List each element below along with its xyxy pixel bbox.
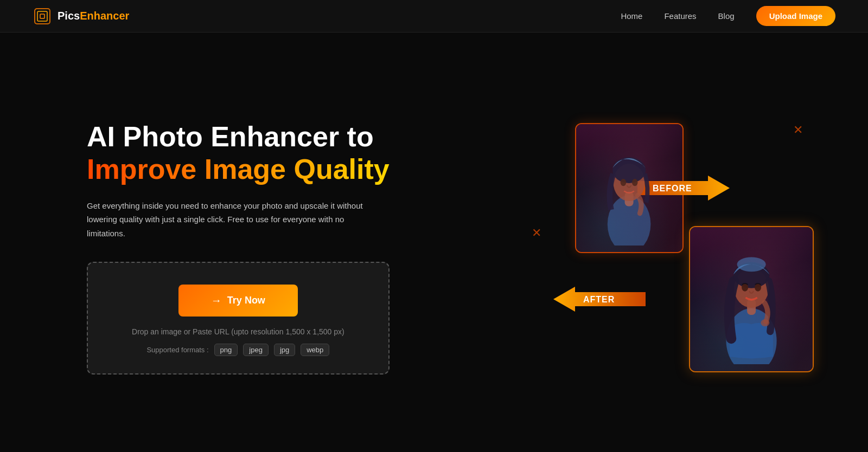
deco-x-mid-left: ✕: [532, 226, 541, 240]
formats-label: Supported formats :: [146, 346, 208, 354]
logo[interactable]: PicsEnhancer: [33, 7, 129, 26]
drop-hint-text: Drop an image or Paste URL (upto resolut…: [104, 327, 372, 336]
svg-point-16: [761, 319, 769, 326]
svg-rect-2: [40, 14, 44, 18]
hero-description: Get everything inside you need to enhanc…: [87, 199, 380, 241]
formats-row: Supported formats : png jpeg jpg webp: [104, 344, 372, 356]
hero-left: AI Photo Enhancer to Improve Image Quali…: [87, 121, 390, 374]
svg-rect-1: [37, 11, 47, 21]
hero-visual: ✕ ✕ ✕: [542, 112, 814, 383]
logo-text: PicsEnhancer: [58, 10, 129, 22]
after-photo: [690, 227, 813, 371]
upload-image-button[interactable]: Upload Image: [756, 6, 835, 26]
arrow-right-icon: →: [211, 294, 222, 307]
after-arrow: AFTER: [553, 286, 646, 313]
logo-icon: [33, 7, 52, 26]
nav-blog[interactable]: Blog: [718, 11, 735, 21]
try-now-button[interactable]: → Try Now: [178, 285, 298, 317]
svg-rect-0: [35, 9, 50, 24]
format-webp: webp: [301, 344, 329, 356]
hero-title: AI Photo Enhancer to Improve Image Quali…: [87, 121, 390, 186]
svg-point-7: [621, 179, 627, 186]
svg-point-13: [737, 257, 765, 272]
format-jpeg: jpeg: [243, 344, 269, 356]
after-arrow-shape: AFTER: [553, 286, 646, 313]
hero-section: AI Photo Enhancer to Improve Image Quali…: [0, 33, 868, 452]
after-card: [689, 226, 814, 372]
nav-home[interactable]: Home: [621, 11, 642, 21]
nav-links: Home Features Blog Upload Image: [621, 6, 835, 26]
svg-point-8: [632, 179, 638, 186]
before-woman-illustration: [592, 131, 666, 246]
svg-text:AFTER: AFTER: [583, 295, 615, 304]
drop-zone[interactable]: → Try Now Drop an image or Paste URL (up…: [87, 262, 390, 374]
after-woman-illustration: [709, 234, 794, 364]
navbar: PicsEnhancer Home Features Blog Upload I…: [0, 0, 868, 33]
svg-point-6: [612, 157, 646, 183]
deco-x-top-right: ✕: [793, 123, 803, 137]
format-png: png: [214, 344, 238, 356]
format-jpg: jpg: [274, 344, 295, 356]
nav-features[interactable]: Features: [664, 11, 696, 21]
